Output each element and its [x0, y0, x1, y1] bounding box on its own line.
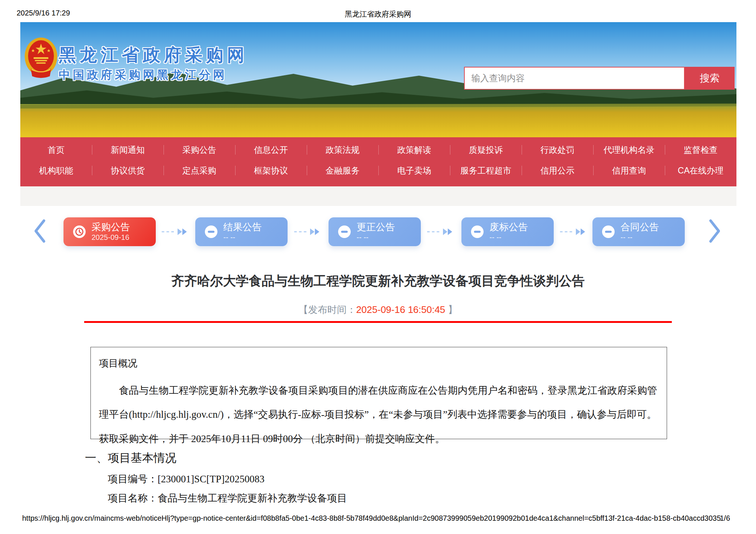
- flow-next-chevron-icon[interactable]: [708, 219, 722, 243]
- site-title: 黑龙江省政府采购网: [59, 44, 248, 67]
- nav-item-fixed-point-procurement[interactable]: 定点采购: [164, 160, 235, 181]
- project-overview-text: 食品与生物工程学院更新补充教学设备项目采购项目的潜在供应商应在公告期内凭用户名和…: [99, 379, 659, 451]
- nav-item-service-project-mart[interactable]: 服务工程超市: [450, 160, 522, 181]
- nav-row-2: 机构职能 协议供货 定点采购 框架协议 金融服务 电子卖场 服务工程超市 信用公…: [20, 160, 736, 181]
- site-subtitle: 中国政府采购网黑龙江分网: [59, 67, 227, 83]
- nav-item-credit-publicity[interactable]: 信用公示: [522, 160, 593, 181]
- flow-arrow-icon: [293, 227, 322, 237]
- red-divider-rule: [84, 321, 672, 323]
- project-overview-box: 项目概况 食品与生物工程学院更新补充教学设备项目采购项目的潜在供应商应在公告期内…: [90, 347, 667, 439]
- publish-time-prefix: 【发布时间：: [299, 304, 356, 315]
- print-source-url: https://hljcg.hlj.gov.cn/maincms-web/not…: [22, 514, 721, 523]
- nav-item-financial-services[interactable]: 金融服务: [307, 160, 378, 181]
- nav-item-agency-directory[interactable]: 代理机构名录: [593, 139, 665, 160]
- main-nav: 首页 新闻通知 采购公告 信息公开 政策法规 政策解读 质疑投诉 行政处罚 代理…: [20, 137, 736, 186]
- stage-date: -- --: [357, 233, 395, 242]
- nav-item-supervision[interactable]: 监督检查: [665, 139, 736, 160]
- stage-label: 更正公告: [357, 222, 395, 233]
- print-doc-title: 黑龙江省政府采购网: [0, 9, 756, 19]
- minus-icon: [471, 225, 484, 238]
- search-bar: 搜索: [464, 67, 735, 90]
- nav-item-procurement-notices[interactable]: 采购公告: [164, 139, 235, 160]
- stage-procurement-notice[interactable]: 采购公告 2025-09-16: [63, 217, 156, 246]
- nav-item-policy-interpretation[interactable]: 政策解读: [378, 139, 450, 160]
- stage-date: -- --: [223, 233, 262, 242]
- nav-item-credit-inquiry[interactable]: 信用查询: [593, 160, 665, 181]
- project-number-line: 项目编号：[230001]SC[TP]20250083: [108, 472, 265, 486]
- nav-item-org-functions[interactable]: 机构职能: [20, 160, 92, 181]
- nav-item-policies[interactable]: 政策法规: [307, 139, 378, 160]
- project-name-line: 项目名称：食品与生物工程学院更新补充教学设备项目: [108, 492, 347, 505]
- search-button[interactable]: 搜索: [685, 67, 735, 90]
- nav-item-admin-penalties[interactable]: 行政处罚: [522, 139, 593, 160]
- stage-date: 2025-09-16: [92, 233, 130, 242]
- publish-time-line: 【发布时间：2025-09-16 16:50:45 】: [0, 303, 756, 316]
- minus-icon: [602, 225, 615, 238]
- page: 2025/9/16 17:29 黑龙江省政府采购网: [0, 0, 756, 534]
- flow-arrow-icon: [161, 227, 189, 237]
- stage-result-notice[interactable]: 结果公告 -- --: [195, 217, 288, 246]
- stage-cancellation-notice[interactable]: 废标公告 -- --: [461, 217, 554, 246]
- nav-item-news[interactable]: 新闻通知: [92, 139, 164, 160]
- clock-icon: [73, 225, 86, 238]
- stage-date: -- --: [489, 233, 528, 242]
- minus-icon: [205, 225, 217, 238]
- project-overview-heading: 项目概况: [99, 357, 659, 370]
- nav-lower-band: [20, 186, 736, 206]
- flow-arrow-icon: [559, 227, 587, 237]
- nav-item-agreement-supply[interactable]: 协议供货: [92, 160, 164, 181]
- national-emblem-logo: [24, 36, 58, 79]
- flow-prev-chevron-icon[interactable]: [32, 219, 47, 243]
- search-input[interactable]: [464, 67, 685, 90]
- nav-item-framework-agreement[interactable]: 框架协议: [235, 160, 307, 181]
- nav-item-ca-online[interactable]: CA在线办理: [665, 160, 736, 181]
- nav-row-1: 首页 新闻通知 采购公告 信息公开 政策法规 政策解读 质疑投诉 行政处罚 代理…: [20, 139, 736, 160]
- notice-title: 齐齐哈尔大学食品与生物工程学院更新补充教学设备项目竞争性谈判公告: [0, 272, 756, 290]
- stage-label: 废标公告: [489, 222, 528, 233]
- publish-time-value: 2025-09-16 16:50:45: [356, 304, 445, 315]
- stage-label: 结果公告: [223, 222, 262, 233]
- stage-date: -- --: [621, 233, 659, 242]
- nav-item-e-marketplace[interactable]: 电子卖场: [378, 160, 450, 181]
- stage-label: 合同公告: [621, 222, 659, 233]
- print-page-number: 1/6: [720, 514, 730, 523]
- stage-correction-notice[interactable]: 更正公告 -- --: [329, 217, 421, 246]
- nav-item-home[interactable]: 首页: [20, 139, 92, 160]
- section-1-heading: 一、项目基本情况: [85, 450, 176, 466]
- minus-icon: [338, 225, 351, 238]
- stage-contract-notice[interactable]: 合同公告 -- --: [592, 217, 685, 246]
- notice-stage-flow: 采购公告 2025-09-16 结果公告 -- --: [20, 216, 736, 247]
- stage-label: 采购公告: [92, 222, 130, 233]
- site-banner: 黑龙江省政府采购网 中国政府采购网黑龙江分网 搜索: [20, 22, 736, 137]
- nav-item-complaints[interactable]: 质疑投诉: [450, 139, 522, 160]
- publish-time-suffix: 】: [445, 304, 457, 315]
- flow-arrow-icon: [426, 227, 454, 237]
- nav-item-info-disclosure[interactable]: 信息公开: [235, 139, 307, 160]
